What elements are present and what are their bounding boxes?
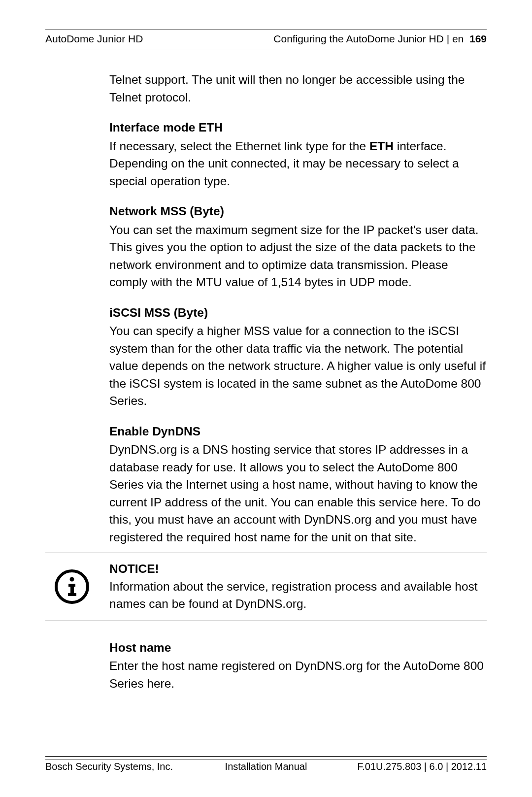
notice-box: NOTICE! Information about the service, r… <box>45 553 487 621</box>
footer-company: Bosch Security Systems, Inc. <box>45 761 193 772</box>
interface-mode-heading: Interface mode ETH <box>109 119 487 136</box>
header-right: Configuring the AutoDome Junior HD | en … <box>273 33 487 45</box>
footer-top-rule <box>45 756 487 757</box>
page-header: AutoDome Junior HD Configuring the AutoD… <box>45 33 487 49</box>
hostname-text: Enter the host name registered on DynDNS… <box>109 659 484 690</box>
dyndns-heading: Enable DynDNS <box>109 423 487 440</box>
iscsi-mss-section: iSCSI MSS (Byte) You can specify a highe… <box>109 304 487 410</box>
interface-mode-text-a: If necessary, select the Ethernet link t… <box>109 139 369 153</box>
hostname-section-wrapper: Host name Enter the host name registered… <box>109 639 487 693</box>
footer-doc-id: F.01U.275.803 | 6.0 | 2012.11 <box>339 761 487 772</box>
network-mss-section: Network MSS (Byte) You can set the maxim… <box>109 202 487 291</box>
iscsi-mss-heading: iSCSI MSS (Byte) <box>109 304 487 322</box>
network-mss-heading: Network MSS (Byte) <box>109 202 487 220</box>
dyndns-section: Enable DynDNS DynDNS.org is a DNS hostin… <box>109 423 487 546</box>
notice-heading: NOTICE! <box>109 560 487 578</box>
eth-bold: ETH <box>369 139 394 153</box>
hostname-heading: Host name <box>109 639 487 657</box>
iscsi-mss-text: You can specify a higher MSS value for a… <box>109 324 486 407</box>
notice-body: Information about the service, registrat… <box>109 578 487 613</box>
hostname-section: Host name Enter the host name registered… <box>109 639 487 693</box>
dyndns-text: DynDNS.org is a DNS hosting service that… <box>109 443 481 544</box>
telnet-paragraph: Telnet support. The unit will then no lo… <box>109 71 487 106</box>
network-mss-text: You can set the maximum segment size for… <box>109 223 479 289</box>
footer-doc-type: Installation Manual <box>193 761 340 772</box>
page-number: 169 <box>469 33 487 44</box>
header-left: AutoDome Junior HD <box>45 33 143 45</box>
footer-row: Bosch Security Systems, Inc. Installatio… <box>45 760 487 772</box>
interface-mode-section: Interface mode ETH If necessary, select … <box>109 119 487 190</box>
header-top-rule <box>45 30 487 30</box>
header-breadcrumb: Configuring the AutoDome Junior HD | en <box>273 33 464 44</box>
svg-rect-4 <box>68 593 76 596</box>
info-icon <box>54 569 90 604</box>
main-content: Telnet support. The unit will then no lo… <box>109 71 487 546</box>
page-footer: Bosch Security Systems, Inc. Installatio… <box>45 756 487 772</box>
notice-content: NOTICE! Information about the service, r… <box>109 560 487 613</box>
svg-point-1 <box>70 577 74 581</box>
